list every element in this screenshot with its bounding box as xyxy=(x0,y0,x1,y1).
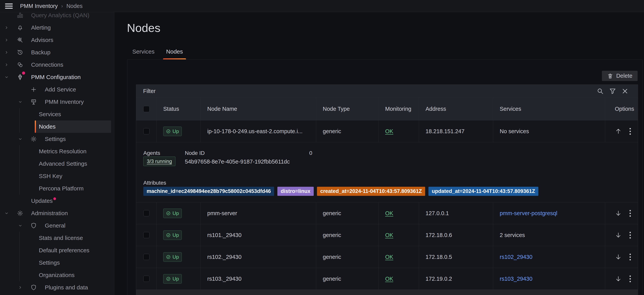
node-id-label: Node ID xyxy=(185,150,205,156)
column-header-services: Services xyxy=(493,98,605,120)
shield-icon xyxy=(30,284,37,291)
monitoring-status-link[interactable]: OK xyxy=(385,276,393,282)
node-name-cell: ip-10-178-0-249.us-east-2.compute.i... xyxy=(200,120,316,142)
chevron-right-icon[interactable] xyxy=(4,63,9,67)
delete-button[interactable]: Delete xyxy=(602,71,638,81)
row-checkbox[interactable] xyxy=(143,232,150,238)
sidebar-item-advisors[interactable]: Advisors xyxy=(0,34,114,46)
status-badge: Up xyxy=(163,230,182,240)
sidebar-item-label: Metrics Resolution xyxy=(39,148,86,155)
kebab-menu-icon[interactable] xyxy=(629,253,632,261)
service-link[interactable]: pmm-server-postgresql xyxy=(500,210,557,216)
sidebar-item-alerting[interactable]: Alerting xyxy=(0,22,114,34)
sidebar-item-pmm-configuration[interactable]: PMM Configuration xyxy=(0,71,114,83)
sidebar-item-general[interactable]: General xyxy=(0,219,114,232)
sidebar-item-query-analytics-qan[interactable]: Query Analytics (QAN) xyxy=(0,12,114,22)
sidebar-item-add-service[interactable]: Add Service xyxy=(0,83,114,96)
collapse-row-icon[interactable] xyxy=(615,128,622,135)
tab-nodes[interactable]: Nodes xyxy=(160,46,189,60)
tab-content-panel: Delete Filter xyxy=(127,59,643,295)
monitoring-status-link[interactable]: OK xyxy=(385,232,393,238)
chevron-down-icon[interactable] xyxy=(18,100,22,104)
menu-toggle-icon[interactable] xyxy=(5,4,13,9)
monitoring-status-link[interactable]: OK xyxy=(385,128,393,135)
select-all-checkbox[interactable] xyxy=(143,106,150,112)
monitoring-status-link[interactable]: OK xyxy=(385,210,393,216)
sidebar-item-settings[interactable]: Settings xyxy=(0,256,114,269)
row-checkbox[interactable] xyxy=(143,254,150,260)
sidebar-item-stats-and-license[interactable]: Stats and license xyxy=(0,232,114,244)
node-name-cell: pmm-server xyxy=(200,202,316,224)
chevron-down-icon[interactable] xyxy=(4,211,9,215)
chevron-right-icon[interactable] xyxy=(18,285,22,290)
address-cell: 172.18.0.5 xyxy=(419,246,493,268)
sidebar-item-organizations[interactable]: Organizations xyxy=(0,269,114,281)
kebab-menu-icon[interactable] xyxy=(629,209,632,217)
services-cell: rs102_29430 xyxy=(493,246,605,268)
sidebar-item-administration[interactable]: Administration xyxy=(0,207,114,219)
page-title: Nodes xyxy=(127,21,160,35)
breadcrumb-separator-icon: › xyxy=(61,3,63,9)
attribute-badge: distro=linux xyxy=(278,187,314,196)
sidebar-item-percona-platform[interactable]: Percona Platform xyxy=(0,182,114,195)
chevron-right-icon[interactable] xyxy=(4,25,9,30)
sidebar-item-updates[interactable]: Updates xyxy=(0,195,114,207)
row-checkbox[interactable] xyxy=(143,276,150,282)
kebab-menu-icon[interactable] xyxy=(629,127,632,136)
sidebar-item-label: Settings xyxy=(45,136,66,142)
gear-icon xyxy=(16,210,24,217)
chevron-down-icon[interactable] xyxy=(18,223,22,228)
connections-icon xyxy=(16,61,24,68)
search-icon[interactable] xyxy=(597,88,604,95)
status-badge: Up xyxy=(163,252,182,262)
sidebar-item-connections[interactable]: Connections xyxy=(0,59,114,71)
kebab-menu-icon[interactable] xyxy=(629,275,632,283)
top-bar: PMM Inventory › Nodes xyxy=(0,0,644,12)
status-cell: Up xyxy=(156,120,200,142)
sidebar-item-label: Query Analytics (QAN) xyxy=(31,12,90,19)
sidebar-item-default-preferences[interactable]: Default preferences xyxy=(0,244,114,256)
tab-services[interactable]: Services xyxy=(126,46,160,60)
expand-row-icon[interactable] xyxy=(615,253,622,260)
sidebar-item-plugins-and-data[interactable]: Plugins and data xyxy=(0,281,114,294)
node-id-value: 54b97658-8e7e-405e-9187-192fbb5611dc xyxy=(185,159,290,165)
sidebar-item-nodes[interactable]: Nodes xyxy=(0,120,114,133)
expand-row-icon[interactable] xyxy=(615,232,622,238)
options-cell xyxy=(605,202,638,224)
breadcrumb-item-pmm-inventory[interactable]: PMM Inventory xyxy=(20,3,58,9)
close-icon[interactable] xyxy=(622,88,628,95)
row-checkbox[interactable] xyxy=(143,128,150,134)
table-row-rs102-29430: Uprs102._29430genericOK172.18.0.5rs102_2… xyxy=(136,246,638,268)
sidebar-item-ssh-key[interactable]: SSH Key xyxy=(0,170,114,182)
chevron-down-icon[interactable] xyxy=(4,75,9,80)
monitoring-status-link[interactable]: OK xyxy=(385,254,393,260)
sidebar-item-services[interactable]: Services xyxy=(0,108,114,120)
main-content: Nodes Services Nodes Delete Filter xyxy=(114,12,644,295)
expand-row-icon[interactable] xyxy=(615,210,622,217)
breadcrumb-item-current: Nodes xyxy=(66,3,83,9)
chevron-right-icon[interactable] xyxy=(4,50,9,55)
node-name-cell: rs103._29430 xyxy=(200,268,316,289)
agents-status-badge[interactable]: 3/3 running xyxy=(143,157,176,166)
delete-button-label: Delete xyxy=(616,73,632,79)
sidebar-item-settings[interactable]: Settings xyxy=(0,133,114,145)
row-select-cell xyxy=(136,224,156,246)
sidebar-item-metrics-resolution[interactable]: Metrics Resolution xyxy=(0,145,114,158)
address-cell: 172.18.0.6 xyxy=(419,224,493,246)
table-row-rs103-29430: Uprs103._29430genericOK172.19.0.2rs103_2… xyxy=(136,268,638,289)
filter-funnel-icon[interactable] xyxy=(609,88,616,95)
row-checkbox[interactable] xyxy=(143,210,150,216)
sidebar-item-pmm-inventory[interactable]: PMM Inventory xyxy=(0,96,114,108)
check-circle-icon xyxy=(166,255,170,259)
services-cell: pmm-server-postgresql xyxy=(493,202,605,224)
status-badge: Up xyxy=(163,274,182,283)
kebab-menu-icon[interactable] xyxy=(629,231,632,239)
chevron-down-icon[interactable] xyxy=(18,137,22,141)
sidebar-item-backup[interactable]: Backup xyxy=(0,46,114,59)
options-cell xyxy=(605,224,638,246)
service-link[interactable]: rs103_29430 xyxy=(500,276,532,282)
expand-row-icon[interactable] xyxy=(615,275,622,282)
service-link[interactable]: rs102_29430 xyxy=(500,254,532,260)
chevron-right-icon[interactable] xyxy=(4,38,9,42)
sidebar-item-advanced-settings[interactable]: Advanced Settings xyxy=(0,158,114,170)
